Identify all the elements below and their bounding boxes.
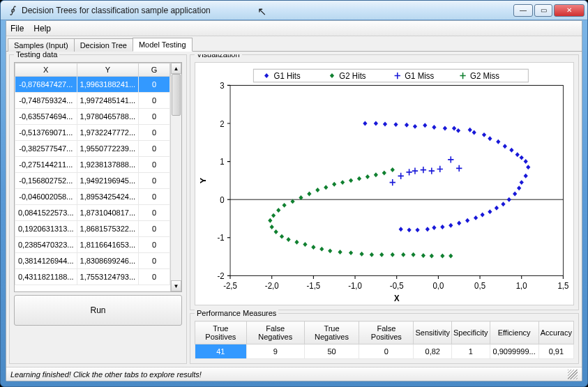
svg-text:-2,0: -2,0: [265, 280, 279, 291]
svg-text:-0,5: -0,5: [390, 280, 404, 291]
chart: -2,5-2,0-1,5-1,0-0,50,00,51,01,5-2-10123…: [195, 62, 574, 305]
perf-col: Accuracy: [538, 321, 573, 344]
table-row[interactable]: -0,748759324...1,9972485141...0: [15, 93, 170, 109]
perf-cell: 0,82: [414, 344, 452, 359]
maximize-button[interactable]: ▭: [534, 4, 552, 17]
run-button[interactable]: Run: [14, 295, 182, 326]
perf-col: Specificity: [452, 321, 490, 344]
svg-text:X: X: [394, 294, 400, 304]
table-row[interactable]: -0,275144211...1,9238137888...0: [15, 157, 170, 173]
table-scrollbar[interactable]: ▲ ▼: [170, 63, 181, 291]
perf-col: False Positives: [359, 321, 414, 344]
performance-table: True PositivesFalse NegativesTrue Negati…: [195, 321, 574, 359]
tab-decision-tree[interactable]: Decision Tree: [74, 38, 133, 52]
perf-col: Efficiency: [490, 321, 538, 344]
table-row[interactable]: -0,513769071...1,9732247772...0: [15, 125, 170, 141]
table-row[interactable]: 0,3814126944...1,8308699246...0: [15, 253, 170, 269]
svg-text:G1 Hits: G1 Hits: [274, 71, 301, 82]
tab-model-testing[interactable]: Model Testing: [133, 38, 193, 52]
col-g[interactable]: G: [139, 63, 170, 77]
perf-col: Sensitivity: [414, 321, 452, 344]
col-x[interactable]: X: [15, 63, 77, 77]
scroll-thumb[interactable]: [172, 74, 181, 116]
svg-text:-1,0: -1,0: [348, 280, 362, 291]
titlebar: ∮ Decision Trees for classification samp…: [1, 1, 587, 20]
col-y[interactable]: Y: [77, 63, 139, 77]
table-row[interactable]: -0,046002058...1,8953425424...0: [15, 189, 170, 205]
table-row[interactable]: -0,156802752...1,9492196945...0: [15, 173, 170, 189]
perf-cell: 0: [359, 344, 414, 359]
minimize-button[interactable]: —: [513, 4, 533, 17]
svg-text:-1,5: -1,5: [306, 280, 320, 291]
testing-data-table[interactable]: X Y G -0,876847427...1,9963188241...0-0,…: [15, 63, 170, 285]
table-row[interactable]: 0,0841522573...1,8731040817...0: [15, 205, 170, 221]
svg-text:-1: -1: [217, 233, 224, 243]
performance-title: Performance Measures: [195, 309, 278, 317]
scroll-down-button[interactable]: ▼: [171, 280, 181, 291]
svg-text:2: 2: [220, 119, 225, 129]
svg-text:G1 Miss: G1 Miss: [405, 71, 434, 82]
perf-col: True Positives: [195, 321, 247, 344]
perf-cell: 1: [452, 344, 490, 359]
app-icon: ∮: [6, 5, 17, 16]
status-text: Learning finished! Click the other tabs …: [10, 370, 202, 379]
svg-text:3: 3: [220, 80, 225, 91]
svg-text:0: 0: [220, 195, 225, 205]
perf-col: True Negatives: [304, 321, 359, 344]
menubar: File Help: [6, 21, 582, 36]
window-title: Decision Trees for classification sample…: [22, 6, 513, 15]
svg-rect-0: [230, 85, 563, 275]
svg-text:Y: Y: [198, 178, 207, 183]
perf-col: False Negatives: [246, 321, 304, 344]
tabstrip: Samples (Input) Decision Tree Model Test…: [6, 36, 582, 52]
svg-text:G2 Miss: G2 Miss: [470, 71, 499, 82]
perf-cell: 41: [195, 344, 247, 359]
table-row[interactable]: 0,2385470323...1,8116641653...0: [15, 237, 170, 253]
menu-help[interactable]: Help: [33, 24, 51, 33]
svg-text:1,0: 1,0: [516, 280, 527, 291]
table-row[interactable]: -0,876847427...1,9963188241...0: [15, 77, 170, 93]
svg-text:0,0: 0,0: [432, 280, 444, 291]
perf-cell: 9: [246, 344, 304, 359]
resize-grip-icon[interactable]: [568, 370, 578, 379]
visualization-title: Visualization: [195, 54, 242, 59]
table-row[interactable]: -0,382577547...1,9550772239...0: [15, 141, 170, 157]
scroll-up-button[interactable]: ▲: [171, 63, 181, 74]
perf-cell: 0,9099999...: [490, 344, 538, 359]
perf-cell: 50: [304, 344, 359, 359]
menu-file[interactable]: File: [10, 24, 24, 33]
table-row[interactable]: 0,1920631313...1,8681575322...0: [15, 221, 170, 237]
svg-text:1: 1: [220, 157, 225, 167]
svg-text:G2 Hits: G2 Hits: [339, 71, 365, 82]
statusbar: Learning finished! Click the other tabs …: [6, 367, 582, 381]
svg-text:0,5: 0,5: [474, 280, 485, 291]
table-row[interactable]: 0,4311821188...1,7553124793...0: [15, 269, 170, 285]
svg-text:-2: -2: [217, 271, 224, 281]
svg-text:-2,5: -2,5: [223, 280, 237, 291]
testing-data-title: Testing data: [14, 52, 59, 59]
perf-cell: 0,91: [538, 344, 573, 359]
close-button[interactable]: ✕: [554, 4, 585, 17]
svg-text:1,5: 1,5: [557, 280, 568, 291]
tab-samples-input[interactable]: Samples (Input): [8, 38, 75, 52]
table-row[interactable]: -0,635574694...1,9780465788...0: [15, 109, 170, 125]
